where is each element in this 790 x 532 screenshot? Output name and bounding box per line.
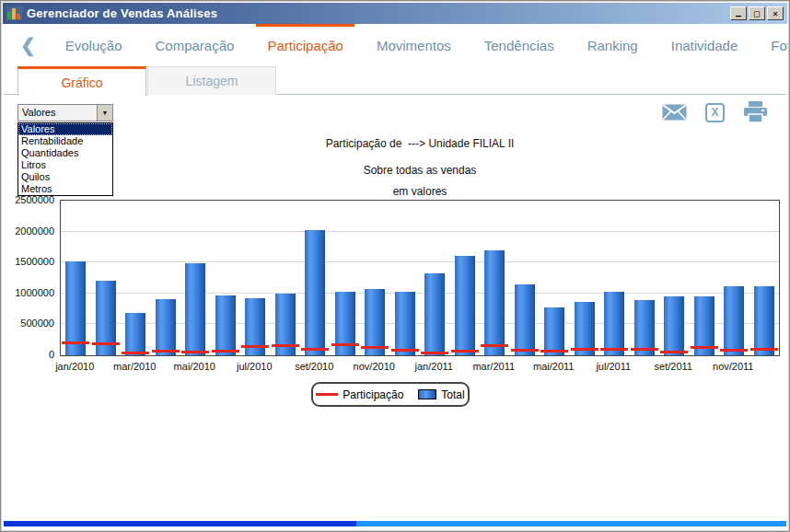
dropdown-list: ValoresRentabilidadeQuantidadesLitrosQui… [17,122,113,196]
bar-set/2011 [664,296,684,355]
participacao-segment-ago/2010 [272,344,299,347]
dropdown-option-rentabilidade[interactable]: Rentabilidade [18,135,112,147]
bar-jan/2011 [424,273,445,355]
x-axis-tick-label: set/2010 [286,361,342,372]
window-title: Gerenciador de Vendas Análises [27,6,217,20]
participacao-segment-fev/2010 [92,342,120,345]
nav-item-tendencias[interactable]: Tendências [468,24,571,66]
nav-tabs: EvoluçãoComparaçãoParticipaçãoMovimentos… [49,24,790,66]
participacao-segment-ago/2011 [631,348,658,351]
y-axis-tick-label: 500000 [4,318,54,329]
bar-abr/2010 [156,299,176,355]
participacao-segment-dez/2011 [750,348,778,351]
y-axis-tick-label: 2000000 [4,226,54,237]
minimize-button[interactable]: — [730,6,747,20]
mail-icon[interactable] [662,104,687,121]
participacao-segment-dez/2010 [391,349,419,352]
bar-jul/2011 [604,292,624,355]
participacao-segment-jun/2011 [571,348,598,351]
dropdown-option-litros[interactable]: Litros [18,159,112,171]
participacao-segment-set/2011 [660,351,688,353]
chevron-down-icon[interactable]: ▼ [97,105,112,121]
participacao-segment-jan/2010 [62,341,89,344]
print-icon[interactable] [743,101,768,123]
title-bar: Gerenciador de Vendas Análises — □ ✕ [3,3,787,24]
gridline [61,231,779,232]
participacao-segment-out/2011 [691,346,718,349]
chart-title-line3: em valores [60,185,780,198]
nav-item-ranking[interactable]: Ranking [571,24,655,66]
dropdown-value: Valores [18,105,97,121]
progress-bar [4,521,786,526]
gridline [61,261,779,262]
nav-item-evolucao[interactable]: Evolução [49,24,139,66]
app-chart-icon [6,6,22,20]
nav-item-fotografe[interactable]: Fotografe [754,24,790,66]
tab-grafico[interactable]: Gráfico [17,66,146,96]
legend-line-marker [316,393,338,396]
participacao-segment-mar/2011 [481,344,508,347]
action-icons: X [662,101,768,123]
close-button[interactable]: ✕ [767,6,784,20]
bar-dez/2011 [754,286,774,355]
app-window: Gerenciador de Vendas Análises — □ ✕ ❮ E… [0,0,790,532]
nav-item-comparacao[interactable]: Comparação [138,24,250,66]
legend-entry-total: Total [418,388,464,401]
legend-label: Total [441,388,464,401]
dropdown-option-valores[interactable]: Valores [18,123,112,135]
participacao-segment-abr/2010 [152,350,180,353]
y-axis-tick-label: 1500000 [4,256,54,267]
x-axis-tick-label: mai/2010 [167,361,222,372]
dropdown-option-quantidades[interactable]: Quantidades [18,147,112,159]
maximize-button[interactable]: □ [749,6,765,20]
measure-dropdown[interactable]: Valores ▼ [17,104,113,121]
chart-title-line2: Sobre todas as vendas [60,164,780,177]
chart-legend: Participação Total [311,382,470,407]
bar-mai/2011 [544,307,564,355]
legend-entry-participacao: Participação [316,388,403,401]
x-axis-tick-label: mai/2011 [526,361,581,372]
back-chevron-icon[interactable]: ❮ [20,34,36,56]
chart-title-line1: Participação de ---> Unidade FILIAL II [60,137,780,150]
x-axis-tick-label: jan/2010 [47,361,102,372]
participacao-segment-nov/2011 [720,349,748,352]
participacao-segment-mai/2010 [181,351,209,353]
legend-bar-marker [418,389,436,399]
participacao-segment-abr/2011 [511,349,539,352]
dropdown-option-quilos[interactable]: Quilos [18,171,112,183]
chart-plot-area [60,200,780,356]
dropdown-option-metros[interactable]: Metros [18,183,112,195]
x-axis-tick-label: set/2011 [645,361,701,372]
participacao-segment-fev/2011 [451,350,479,353]
y-axis-tick-label: 0 [4,349,54,360]
bar-nov/2011 [724,286,744,355]
participacao-segment-out/2010 [331,343,359,346]
bar-dez/2010 [395,292,415,355]
excel-icon[interactable]: X [705,103,725,122]
tab-listagem[interactable]: Listagem [147,66,276,95]
participacao-segment-jul/2011 [600,348,628,351]
nav-item-participacao[interactable]: Participação [250,24,360,66]
x-axis-tick-label: jul/2011 [586,361,641,372]
participacao-segment-set/2010 [301,348,329,351]
participacao-segment-nov/2010 [361,346,389,349]
subtab-strip: Gráfico Listagem [4,66,786,95]
x-axis-tick-label: jul/2010 [227,361,282,372]
participacao-segment-jan/2011 [421,352,448,354]
participacao-segment-jun/2010 [212,350,239,353]
bar-jun/2010 [215,295,236,355]
x-axis-tick-label: jan/2011 [406,361,461,372]
x-axis-tick-label: nov/2011 [705,361,761,372]
bar-abr/2011 [515,284,535,355]
bar-mar/2011 [484,250,505,355]
bar-mar/2010 [125,313,145,355]
top-nav: ❮ EvoluçãoComparaçãoParticipaçãoMoviment… [4,24,786,66]
participacao-segment-jul/2010 [241,345,269,348]
gridline [61,293,779,294]
nav-item-inatividade[interactable]: Inatividade [655,24,755,66]
participacao-segment-mar/2010 [122,352,149,354]
bar-fev/2011 [455,256,475,355]
y-axis-tick-label: 1000000 [4,287,54,298]
x-axis-tick-label: mar/2011 [466,361,521,372]
nav-item-movimentos[interactable]: Movimentos [360,24,468,66]
